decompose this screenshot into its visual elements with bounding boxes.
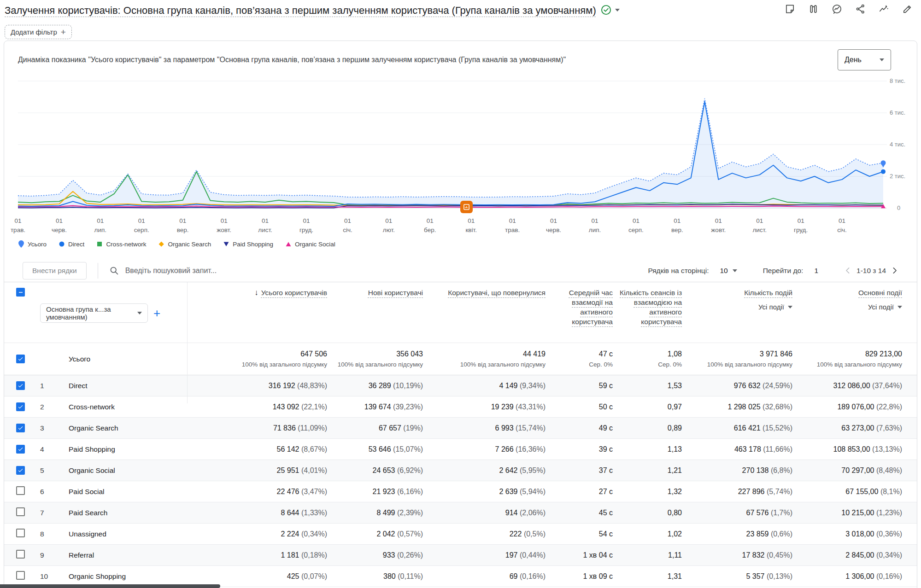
totals-cell: 647 506100% від загального підсумку (182, 350, 327, 368)
svg-text:01: 01 (262, 217, 269, 224)
metric-cell: 27 с (546, 488, 613, 496)
metric-cell: 1 181 (0,18%) (182, 551, 327, 559)
legend-pin-icon (18, 240, 24, 248)
svg-text:01: 01 (591, 217, 598, 224)
metric-cell: 17 832 (0,45%) (682, 551, 792, 559)
row-checkbox[interactable] (16, 571, 25, 580)
select-all-checkbox[interactable] (16, 288, 25, 297)
import-rows-button[interactable]: Внести рядки (23, 262, 87, 279)
row-checkbox[interactable] (16, 529, 25, 537)
row-checkbox[interactable] (16, 445, 25, 454)
table-row: 1 Direct316 192 (48,83%)36 289 (10,19%)4… (4, 375, 917, 396)
goto-value[interactable]: 1 (814, 267, 818, 275)
totals-cell: 47 сСер. 0% (546, 350, 613, 368)
svg-text:01: 01 (303, 217, 310, 224)
validation-status[interactable] (601, 5, 620, 15)
svg-text:січ.: січ. (837, 227, 847, 233)
horizontal-scrollbar-thumb[interactable] (0, 584, 220, 588)
metric-cell: 24 653 (6,92%) (327, 466, 423, 475)
next-page-icon[interactable] (891, 267, 898, 274)
dimension-select[interactable]: Основна група к...за умовчанням) (40, 303, 148, 323)
metric-header[interactable]: Користувачі, що повернулися (423, 288, 546, 297)
legend-item[interactable]: Organic Search (158, 240, 211, 248)
row-checkbox[interactable] (16, 466, 25, 475)
svg-text:01: 01 (798, 217, 804, 224)
svg-text:трав.: трав. (11, 227, 25, 233)
metric-cell: 67 657 (19%) (327, 424, 423, 432)
metric-header[interactable]: Кількість подій Усі події (682, 288, 792, 312)
legend-triangle-up-icon (285, 240, 292, 248)
svg-text:01: 01 (715, 217, 722, 224)
totals-cell: 3 971 846100% від загального підсумку (682, 350, 792, 368)
search-input[interactable] (125, 267, 319, 275)
metric-cell: 21 923 (6,16%) (327, 488, 423, 496)
metric-header[interactable]: ↓Усього користувачів (182, 288, 327, 297)
add-filter-label: Додати фільтр (11, 28, 57, 36)
metric-cell: 59 с (546, 382, 613, 390)
metric-cell: 976 632 (24,59%) (682, 382, 792, 390)
legend-item[interactable]: Cross-network (96, 240, 146, 248)
metric-cell: 19 239 (43,31%) (423, 403, 546, 411)
row-number: 2 (40, 403, 69, 411)
metric-cell: 7 266 (16,36%) (423, 445, 546, 454)
metric-cell: 108 853,00 (13,13%) (792, 445, 902, 454)
annotation-marker[interactable] (460, 201, 473, 213)
chevron-down-icon (137, 312, 142, 314)
table-body: Усього647 506100% від загального підсумк… (4, 343, 917, 587)
rows-per-page-value[interactable]: 10 (720, 267, 727, 275)
note-icon[interactable] (785, 4, 795, 14)
svg-text:01: 01 (756, 217, 763, 224)
metric-header[interactable]: Кількість сеансів із взаємодією на актив… (613, 288, 682, 326)
metric-cell: 197 (0,44%) (423, 551, 546, 559)
row-number: 5 (40, 466, 69, 475)
metric-cell: 222 (0,5%) (423, 530, 546, 538)
legend-circle-icon (59, 240, 65, 248)
metric-cell: 71 836 (11,09%) (182, 424, 327, 432)
row-checkbox[interactable] (16, 381, 25, 390)
totals-checkbox[interactable] (16, 355, 25, 363)
metric-cell: 49 с (546, 424, 613, 432)
legend-item[interactable]: Paid Shopping (223, 240, 273, 248)
row-checkbox[interactable] (16, 402, 25, 411)
svg-text:2 тис.: 2 тис. (890, 173, 905, 180)
row-checkbox[interactable] (16, 424, 25, 432)
metric-cell: 914 (2,06%) (423, 509, 546, 517)
row-checkbox[interactable] (16, 507, 25, 516)
event-filter-select[interactable]: Усі події (688, 302, 792, 312)
chevron-down-icon (615, 9, 620, 12)
metric-cell: 8 644 (1,33%) (182, 509, 327, 517)
legend-item[interactable]: Усього (18, 240, 47, 248)
check-circle-icon (601, 5, 611, 15)
svg-text:лист.: лист. (258, 227, 272, 233)
trend-sparkle-icon[interactable] (879, 4, 889, 14)
legend-item[interactable]: Organic Social (285, 240, 335, 248)
pagination: Рядків на сторінці: 10 Перейти до: 1 1-1… (648, 267, 898, 275)
insights-icon[interactable] (832, 4, 842, 14)
row-checkbox[interactable] (16, 550, 25, 559)
chevron-down-icon[interactable] (733, 269, 737, 272)
comparison-icon[interactable] (808, 4, 819, 14)
legend-label: Organic Search (168, 241, 211, 248)
prev-page-icon[interactable] (844, 267, 852, 274)
sort-desc-icon: ↓ (254, 288, 258, 297)
metric-cell: 0,89 (613, 424, 682, 432)
add-filter-button[interactable]: Додати фільтр + (5, 25, 72, 39)
svg-text:01: 01 (509, 217, 516, 224)
event-filter-select[interactable]: Усі події (799, 302, 902, 312)
legend-item[interactable]: Direct (59, 240, 84, 248)
add-dimension-button[interactable]: + (153, 309, 160, 318)
svg-text:0: 0 (897, 204, 900, 211)
metric-cell: 3 018,00 (0,36%) (792, 530, 902, 538)
metric-cell: 6 993 (15,74%) (423, 424, 546, 432)
metric-header[interactable]: Нові користувачі (327, 288, 423, 297)
totals-cell: 1,08Сер. 0% (613, 350, 682, 368)
metric-header[interactable]: Основні події Усі події (792, 288, 902, 312)
metric-header[interactable]: Середній час взаємодії на активного кори… (546, 288, 613, 326)
granularity-select[interactable]: День (838, 49, 891, 70)
edit-pencil-icon[interactable] (902, 4, 913, 14)
metric-cell: 1 306,00 (0,16%) (792, 572, 902, 581)
row-checkbox[interactable] (16, 486, 25, 495)
row-number: 6 (40, 488, 69, 496)
chevron-down-icon (880, 58, 884, 61)
share-icon[interactable] (855, 4, 866, 14)
